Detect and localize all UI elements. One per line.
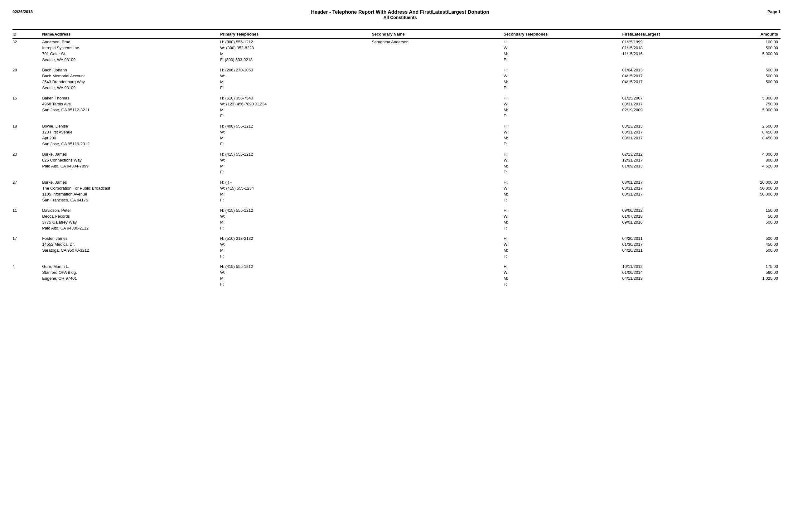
table-row: Saratoga, CA 95070-3212M:M:04/20/2011500… <box>13 247 780 253</box>
row-secondary-telephone: F: <box>504 169 622 175</box>
row-secondary-telephone: M: <box>504 135 622 141</box>
row-id <box>13 135 42 141</box>
row-name-address <box>42 281 220 287</box>
row-primary-telephone: M: <box>220 51 372 57</box>
col-primary-telephones: Primary Telephones <box>220 30 372 39</box>
row-secondary-name <box>372 191 504 197</box>
row-amount: 2,500.00 <box>708 123 780 129</box>
row-secondary-telephone: H: <box>504 39 622 45</box>
table-row: 20Burke, JamesH: (415) 555-1212H:02/13/2… <box>13 151 780 157</box>
row-secondary-telephone: W: <box>504 185 622 191</box>
row-amount: 800.00 <box>708 157 780 163</box>
table-row: The Corporation For Public BroadcastW: (… <box>13 185 780 191</box>
row-id <box>13 276 42 281</box>
row-secondary-telephone: W: <box>504 45 622 51</box>
row-amount: 50,000.00 <box>708 191 780 197</box>
table-row: 27Burke, JamesH: ( ) -H:03/01/201720,000… <box>13 179 780 185</box>
row-amount: 750.00 <box>708 101 780 107</box>
row-id <box>13 57 42 63</box>
row-primary-telephone: F: <box>220 253 372 259</box>
col-secondary-name: Secondary Name <box>372 30 504 39</box>
row-secondary-telephone: M: <box>504 219 622 225</box>
row-amount: 1,025.00 <box>708 276 780 281</box>
row-primary-telephone: W: <box>220 157 372 163</box>
table-row: F:F: <box>13 169 780 175</box>
row-amount <box>708 281 780 287</box>
row-secondary-telephone: H: <box>504 95 622 101</box>
row-secondary-name <box>372 207 504 213</box>
table-row: Decca RecordsW:W:01/07/201850.00 <box>13 213 780 219</box>
row-separator <box>13 231 780 235</box>
row-primary-telephone: F: <box>220 281 372 287</box>
row-secondary-name <box>372 67 504 73</box>
row-primary-telephone: H: (510) 213-2132 <box>220 235 372 241</box>
row-name-address: Decca Records <box>42 213 220 219</box>
row-first-latest-largest: 03/23/2013 <box>622 123 708 129</box>
report-table: ID Name/Address Primary Telephones Secon… <box>13 29 780 287</box>
table-row: Seattle, WA 98109F:F: <box>13 85 780 91</box>
table-row: Apt 200M:M:03/31/20178,450.00 <box>13 135 780 141</box>
row-first-latest-largest <box>622 113 708 119</box>
row-secondary-telephone: H: <box>504 264 622 269</box>
row-separator <box>13 119 780 123</box>
row-name-address: 4968 Tardis Ave. <box>42 101 220 107</box>
row-first-latest-largest <box>622 281 708 287</box>
row-primary-telephone: W: <box>220 213 372 219</box>
table-row: 4Gore, Martin L.H: (415) 555-1212H:10/11… <box>13 264 780 269</box>
row-first-latest-largest <box>622 169 708 175</box>
row-primary-telephone: M: <box>220 79 372 85</box>
row-secondary-name <box>372 185 504 191</box>
row-id: 18 <box>13 123 42 129</box>
row-primary-telephone: W: <box>220 269 372 276</box>
row-name-address: Bach Memorial Account <box>42 73 220 79</box>
row-amount: 500.00 <box>708 79 780 85</box>
row-id <box>13 241 42 247</box>
row-id <box>13 219 42 225</box>
row-name-address <box>42 169 220 175</box>
row-amount: 4,520.00 <box>708 163 780 169</box>
report-page: Page 1 <box>768 10 780 14</box>
row-secondary-telephone: M: <box>504 163 622 169</box>
row-first-latest-largest: 03/01/2017 <box>622 179 708 185</box>
table-row: 28Bach, JohannH: (206) 270-1050H:01/04/2… <box>13 67 780 73</box>
row-amount: 500.00 <box>708 73 780 79</box>
row-secondary-name <box>372 85 504 91</box>
row-id <box>13 247 42 253</box>
row-secondary-name <box>372 169 504 175</box>
row-id <box>13 113 42 119</box>
row-secondary-name <box>372 247 504 253</box>
row-id <box>13 253 42 259</box>
table-row: Bach Memorial AccountW:W:04/15/2017500.0… <box>13 73 780 79</box>
row-amount: 5,000.00 <box>708 95 780 101</box>
row-id <box>13 85 42 91</box>
row-first-latest-largest: 03/31/2017 <box>622 185 708 191</box>
row-secondary-name: Samantha Anderson <box>372 39 504 45</box>
row-name-address: San Jose, CA 95119-2312 <box>42 141 220 147</box>
row-name-address: Apt 200 <box>42 135 220 141</box>
row-secondary-telephone: H: <box>504 151 622 157</box>
table-row: 4968 Tardis Ave.W: (123) 456-7890 X1234W… <box>13 101 780 107</box>
row-secondary-name <box>372 241 504 247</box>
row-secondary-telephone: W: <box>504 213 622 219</box>
row-primary-telephone: H: (510) 356-7540 <box>220 95 372 101</box>
row-secondary-name <box>372 113 504 119</box>
row-amount <box>708 85 780 91</box>
row-secondary-name <box>372 151 504 157</box>
table-row: 18Bowie, DeniseH: (408) 555-1212H:03/23/… <box>13 123 780 129</box>
row-secondary-name <box>372 129 504 135</box>
row-id <box>13 185 42 191</box>
row-first-latest-largest <box>622 141 708 147</box>
row-name-address: Seattle, WA 98109 <box>42 57 220 63</box>
table-row: F:F: <box>13 113 780 119</box>
row-first-latest-largest: 01/30/2017 <box>622 241 708 247</box>
row-secondary-telephone: H: <box>504 207 622 213</box>
table-row: 32Anderson, BradH: (800) 555-1212Samanth… <box>13 39 780 45</box>
row-secondary-name <box>372 107 504 113</box>
row-primary-telephone: W: (800) 952-8228 <box>220 45 372 51</box>
row-primary-telephone: W: (415) 555-1234 <box>220 185 372 191</box>
row-secondary-telephone: M: <box>504 276 622 281</box>
row-secondary-telephone: F: <box>504 281 622 287</box>
row-amount: 500.00 <box>708 219 780 225</box>
col-name-address: Name/Address <box>42 30 220 39</box>
col-first-latest-largest: First/Latest/Largest <box>622 30 708 39</box>
